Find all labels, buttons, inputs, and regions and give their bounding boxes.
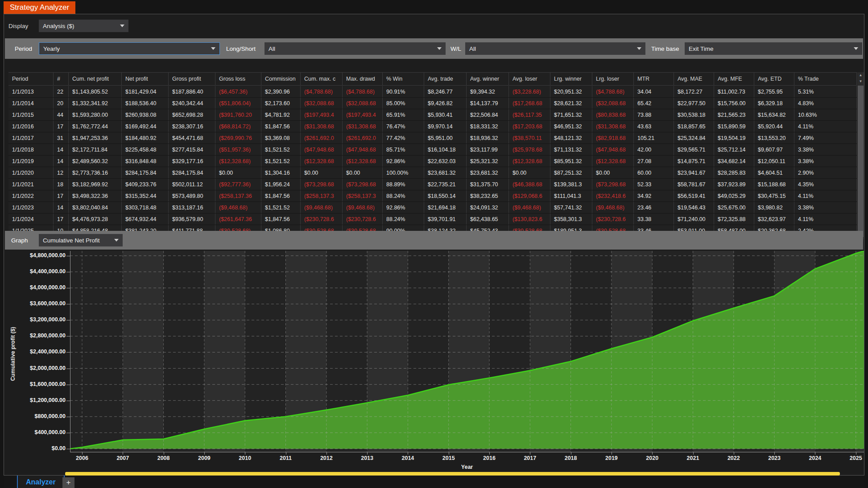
- table-cell[interactable]: $18,936.32: [467, 132, 509, 144]
- table-cell[interactable]: 1/1/2020: [8, 167, 54, 178]
- wl-select[interactable]: All: [465, 42, 645, 55]
- table-cell[interactable]: 1/1/2018: [8, 144, 54, 155]
- table-cell[interactable]: 2.90%: [794, 167, 857, 178]
- table-cell[interactable]: ($12,328.68: [509, 156, 550, 167]
- chart-plot-area[interactable]: [70, 251, 864, 452]
- table-cell[interactable]: 10.63%: [794, 109, 857, 120]
- scroll-up-icon[interactable]: ▲: [857, 72, 864, 78]
- table-cell[interactable]: 88.89%: [383, 179, 424, 190]
- table-cell[interactable]: ($31,308.68: [343, 121, 383, 132]
- table-cell[interactable]: $2,390.96: [261, 86, 301, 97]
- table-cell[interactable]: $2,489,560.32: [69, 156, 122, 167]
- table-cell[interactable]: $22,506.84: [467, 109, 509, 120]
- table-cell[interactable]: $4,604.51: [754, 167, 794, 178]
- table-cell[interactable]: $3,980.82: [754, 202, 794, 213]
- table-cell[interactable]: ($12,328.68: [343, 156, 383, 167]
- table-cell[interactable]: $674,932.44: [122, 213, 169, 225]
- table-cell[interactable]: $409,233.76: [122, 179, 169, 190]
- table-cell[interactable]: $30,475.15: [754, 190, 794, 201]
- table-cell[interactable]: $31,375.70: [467, 179, 509, 190]
- table-cell[interactable]: $573,489.80: [169, 190, 215, 201]
- table-cell[interactable]: $2,173.60: [261, 98, 301, 109]
- column-header[interactable]: % Trade: [794, 73, 857, 85]
- table-cell[interactable]: 27.08: [634, 156, 674, 167]
- table-cell[interactable]: ($261,692.0: [343, 132, 383, 144]
- table-cell[interactable]: ($9,468.68): [343, 202, 383, 213]
- table-cell[interactable]: $1,521.52: [261, 202, 301, 213]
- table-cell[interactable]: 4.11%: [794, 121, 857, 132]
- table-cell[interactable]: 31: [54, 132, 69, 144]
- table-cell[interactable]: ($9,468.68): [592, 202, 634, 213]
- table-cell[interactable]: $187,886.40: [169, 86, 215, 97]
- table-cell[interactable]: $652,698.28: [169, 109, 215, 120]
- table-cell[interactable]: $8,172.27: [674, 86, 714, 97]
- table-cell[interactable]: $11,002.73: [714, 86, 754, 97]
- table-cell[interactable]: $936,579.80: [169, 213, 215, 225]
- table-cell[interactable]: $58,781.67: [674, 179, 714, 190]
- column-header[interactable]: Net profit: [122, 73, 169, 85]
- table-cell[interactable]: $62,438.65: [467, 213, 509, 225]
- table-cell[interactable]: 14: [54, 202, 69, 213]
- table-cell[interactable]: $2,755.95: [754, 86, 794, 97]
- table-cell[interactable]: ($25,978.68: [509, 144, 550, 155]
- table-cell[interactable]: $32,623.97: [754, 213, 794, 225]
- table-cell[interactable]: $316,848.48: [122, 156, 169, 167]
- table-cell[interactable]: $502,011.12: [169, 179, 215, 190]
- table-cell[interactable]: $0.00: [509, 167, 550, 178]
- table-cell[interactable]: ($4,788.68): [592, 86, 634, 97]
- table-cell[interactable]: $15,634.82: [754, 109, 794, 120]
- column-header[interactable]: Avg. winner: [467, 73, 509, 85]
- table-cell[interactable]: 90.91%: [383, 86, 424, 97]
- table-cell[interactable]: $454,471.68: [169, 132, 215, 144]
- table-row[interactable]: 1/1/202314$3,802,040.84$303,718.48$313,1…: [8, 202, 857, 213]
- table-cell[interactable]: $28,285.83: [714, 167, 754, 178]
- table-cell[interactable]: $3,802,040.84: [69, 202, 122, 213]
- table-cell[interactable]: 3.38%: [794, 156, 857, 167]
- table-cell[interactable]: ($73,298.68: [343, 179, 383, 190]
- table-cell[interactable]: $260,938.08: [122, 109, 169, 120]
- table-cell[interactable]: $71,131.32: [550, 144, 592, 155]
- table-cell[interactable]: ($197,493.4: [343, 109, 383, 120]
- table-cell[interactable]: 3.38%: [794, 202, 857, 213]
- table-cell[interactable]: ($17,268.68: [509, 98, 550, 109]
- table-row[interactable]: 1/1/201814$2,172,711.84$225,458.48$277,4…: [8, 144, 857, 156]
- table-cell[interactable]: $284,175.84: [122, 167, 169, 178]
- column-header[interactable]: Gross loss: [215, 73, 261, 85]
- table-cell[interactable]: $29,565.71: [674, 144, 714, 155]
- table-cell[interactable]: $72,325.88: [714, 213, 754, 225]
- table-cell[interactable]: ($51,957.36): [215, 144, 261, 155]
- table-cell[interactable]: $20,951.32: [550, 86, 592, 97]
- table-cell[interactable]: $1,947,253.36: [69, 132, 122, 144]
- table-cell[interactable]: 43.63: [634, 121, 674, 132]
- table-cell[interactable]: ($32,088.68: [343, 98, 383, 109]
- table-cell[interactable]: $0.00: [301, 167, 343, 178]
- table-cell[interactable]: 85.71%: [383, 144, 424, 155]
- table-cell[interactable]: $23,117.99: [467, 144, 509, 155]
- table-cell[interactable]: $139,381.3: [550, 179, 592, 190]
- table-cell[interactable]: $225,458.48: [122, 144, 169, 155]
- table-cell[interactable]: 33.38: [634, 213, 674, 225]
- table-cell[interactable]: $18,550.14: [424, 190, 467, 201]
- table-cell[interactable]: 85.00%: [383, 98, 424, 109]
- table-cell[interactable]: $3,498,322.36: [69, 190, 122, 201]
- table-cell[interactable]: $87,251.32: [550, 167, 592, 178]
- table-cell[interactable]: ($232,418.6: [592, 190, 634, 201]
- table-cell[interactable]: $9,970.14: [424, 121, 467, 132]
- scrollbar-thumb[interactable]: [858, 86, 864, 237]
- table-cell[interactable]: $23,681.32: [467, 167, 509, 178]
- table-cell[interactable]: $111,041.3: [550, 190, 592, 201]
- table-cell[interactable]: $15,756.00: [714, 98, 754, 109]
- table-cell[interactable]: $13,553.20: [754, 132, 794, 144]
- table-cell[interactable]: ($9,468.68): [215, 202, 261, 213]
- table-cell[interactable]: $1,521.52: [261, 156, 301, 167]
- table-cell[interactable]: $28,621.32: [550, 98, 592, 109]
- table-row[interactable]: 1/1/202012$2,773,736.16$284,175.84$284,1…: [8, 167, 857, 179]
- scroll-down-icon[interactable]: ▼: [857, 78, 864, 85]
- table-cell[interactable]: $23,941.67: [674, 167, 714, 178]
- column-header[interactable]: Cum. net profit: [69, 73, 122, 85]
- table-cell[interactable]: ($12,328.68: [592, 156, 634, 167]
- column-header[interactable]: Max. drawd: [343, 73, 383, 85]
- table-cell[interactable]: ($26,117.35: [509, 109, 550, 120]
- tab-analyzer[interactable]: Analyzer: [17, 476, 65, 488]
- table-cell[interactable]: 92.86%: [383, 156, 424, 167]
